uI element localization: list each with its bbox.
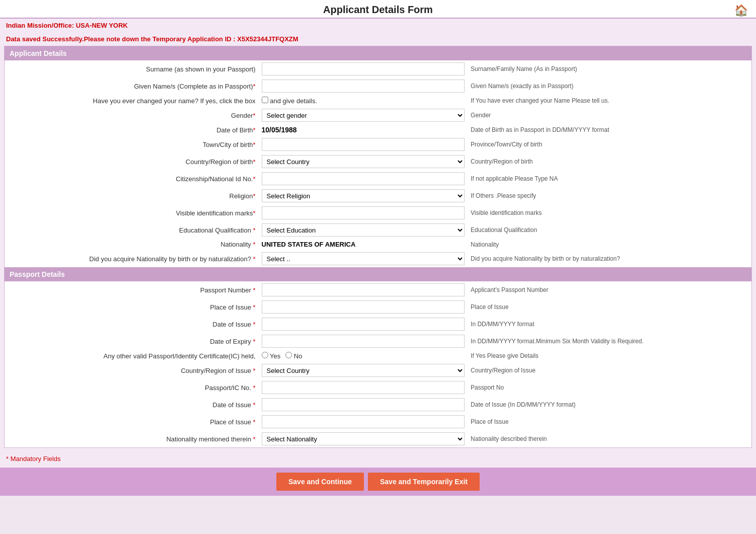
changed-name-help: If You have ever changed your Name Pleas… (468, 95, 751, 107)
applicant-form-table: Surname (as shown in your Passport) Surn… (5, 60, 751, 267)
date-issue2-input[interactable] (262, 398, 465, 411)
place-issue2-help: Place of Issue (468, 413, 751, 430)
country-birth-label: Country/Region of birth* (5, 153, 259, 170)
mission-bar: Indian Mission/Office: USA-NEW YORK (0, 19, 756, 32)
place-issue-row: Place of Issue * Place of Issue (5, 298, 751, 316)
passport-section-header: Passport Details (5, 267, 751, 281)
education-label: Educational Qualification * (5, 221, 259, 239)
gender-help: Gender (468, 107, 751, 124)
button-bar: Save and Continue Save and Temporarily E… (0, 468, 756, 496)
given-name-input[interactable] (262, 80, 465, 93)
date-issue-label: Date of Issue * (5, 316, 259, 333)
passport-ic-input-cell (259, 379, 468, 396)
acquire-nat-help: Did you acquire Nationality by birth or … (468, 250, 751, 267)
passport-num-input[interactable] (262, 283, 465, 296)
religion-help: If Others .Please specify (468, 187, 751, 204)
visible-marks-label: Visible identification marks* (5, 204, 259, 221)
yes-radio[interactable] (262, 352, 268, 358)
surname-help: Surname/Family Name (As in Passport) (468, 60, 751, 78)
date-issue2-help: Date of Issue (In DD/MM/YYYY format) (468, 396, 751, 413)
passport-ic-label: Passport/IC No. * (5, 379, 259, 396)
changed-name-row: Have you ever changed your name? If yes,… (5, 95, 751, 107)
place-issue2-input[interactable] (262, 415, 465, 428)
citizenship-help: If not applicable Please Type NA (468, 170, 751, 187)
citizenship-input[interactable] (262, 172, 465, 185)
gender-select[interactable]: Select gender Male Female Other (262, 109, 465, 122)
citizenship-row: Citizenship/National Id No.* If not appl… (5, 170, 751, 187)
religion-label: Religion* (5, 187, 259, 204)
place-issue-label: Place of Issue * (5, 298, 259, 316)
town-input[interactable] (262, 138, 465, 151)
place-issue2-row: Place of Issue * Place of Issue (5, 413, 751, 430)
nationality-therein-help: Nationality described therein (468, 430, 751, 447)
nationality-therein-row: Nationality mentioned therein * Select N… (5, 430, 751, 447)
mission-value: USA-NEW YORK (76, 22, 128, 29)
gender-row: Gender* Select gender Male Female Other … (5, 107, 751, 124)
education-select[interactable]: Select Education Below Matriculation Mat… (262, 223, 465, 237)
date-expiry-input-cell (259, 333, 468, 350)
country-issue-input-cell: Select Country India USA UK Other (259, 362, 468, 379)
applicant-section-header: Applicant Details (5, 46, 751, 60)
mission-label: Indian Mission/Office: (6, 22, 74, 29)
applicant-details-section: Applicant Details Surname (as shown in y… (4, 46, 752, 448)
nationality-label: Nationality * (5, 239, 259, 250)
dob-value: 10/05/1988 (262, 126, 297, 134)
date-issue-row: Date of Issue * In DD/MM/YYYY format (5, 316, 751, 333)
place-issue-input[interactable] (262, 300, 465, 314)
given-name-help: Given Name/s (exactly as in Passport) (468, 78, 751, 95)
gender-input-cell: Select gender Male Female Other (259, 107, 468, 124)
place-issue2-label: Place of Issue * (5, 413, 259, 430)
no-radio[interactable] (285, 352, 292, 358)
date-issue2-label: Date of Issue * (5, 396, 259, 413)
dob-row: Date of Birth* 10/05/1988 Date of Birth … (5, 124, 751, 136)
passport-ic-row: Passport/IC No. * Passport No (5, 379, 751, 396)
surname-input[interactable] (262, 62, 465, 75)
religion-select[interactable]: Select Religion Hindu Muslim Christian S… (262, 189, 465, 202)
country-birth-input-cell: Select Country India USA UK Other (259, 153, 468, 170)
mandatory-note: * Mandatory Fields (0, 452, 756, 466)
education-input-cell: Select Education Below Matriculation Mat… (259, 221, 468, 239)
town-help: Province/Town/City of birth (468, 136, 751, 153)
changed-name-input-cell: and give details. (259, 95, 468, 107)
acquire-nat-select[interactable]: Select .. By Birth By Naturalization (262, 252, 465, 265)
nationality-display: UNITED STATES OF AMERICA (262, 241, 356, 248)
nationality-therein-input-cell: Select Nationality Indian American Briti… (259, 430, 468, 447)
dob-help: Date of Birth as in Passport in DD/MM/YY… (468, 124, 751, 136)
country-birth-select[interactable]: Select Country India USA UK Other (262, 155, 465, 168)
page-title: Applicant Details Form (0, 4, 756, 16)
country-issue-select[interactable]: Select Country India USA UK Other (262, 364, 465, 377)
given-name-row: Given Name/s (Complete as in Passport)* … (5, 78, 751, 95)
town-row: Town/City of birth* Province/Town/City o… (5, 136, 751, 153)
visible-marks-input-cell (259, 204, 468, 221)
save-exit-button[interactable]: Save and Temporarily Exit (368, 473, 480, 491)
religion-row: Religion* Select Religion Hindu Muslim C… (5, 187, 751, 204)
success-text: Data saved Successfully.Please note down… (6, 35, 236, 43)
changed-name-checkbox[interactable] (262, 97, 268, 103)
town-input-cell (259, 136, 468, 153)
acquire-nat-row: Did you acquire Nationality by birth or … (5, 250, 751, 267)
acquire-nat-label: Did you acquire Nationality by birth or … (5, 250, 259, 267)
dob-value-cell: 10/05/1988 (259, 124, 468, 136)
nationality-therein-select[interactable]: Select Nationality Indian American Briti… (262, 432, 465, 445)
home-icon[interactable]: 🏠 (734, 4, 748, 17)
country-issue-row: Country/Region of Issue * Select Country… (5, 362, 751, 379)
date-issue2-input-cell (259, 396, 468, 413)
visible-marks-help: Visible identification marks (468, 204, 751, 221)
given-name-label: Given Name/s (Complete as in Passport)* (5, 78, 259, 95)
passport-num-row: Passport Number * Applicant's Passport N… (5, 281, 751, 298)
save-continue-button[interactable]: Save and Continue (276, 473, 364, 491)
country-issue-help: Country/Region of Issue (468, 362, 751, 379)
passport-ic-input[interactable] (262, 381, 465, 394)
acquire-nat-input-cell: Select .. By Birth By Naturalization (259, 250, 468, 267)
education-help: Educational Qualification (468, 221, 751, 239)
other-passport-radio-group: Yes No (262, 352, 465, 360)
date-expiry-help: In DD/MM/YYYY format.Minimum Six Month V… (468, 333, 751, 350)
visible-marks-input[interactable] (262, 206, 465, 219)
place-issue2-input-cell (259, 413, 468, 430)
date-issue-input-cell (259, 316, 468, 333)
date-expiry-input[interactable] (262, 335, 465, 348)
visible-marks-row: Visible identification marks* Visible id… (5, 204, 751, 221)
app-id: X5X52344JTFQXZM (237, 35, 298, 43)
date-expiry-row: Date of Expiry * In DD/MM/YYYY format.Mi… (5, 333, 751, 350)
date-issue-input[interactable] (262, 318, 465, 331)
